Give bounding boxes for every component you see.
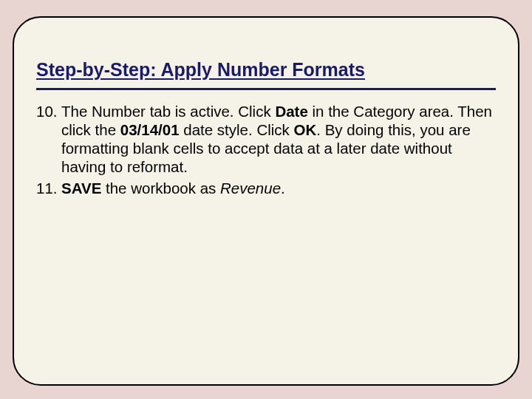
slide-card: Step-by-Step: Apply Number Formats 10. T… bbox=[13, 16, 519, 386]
step-number: 11. bbox=[36, 179, 61, 197]
list-item: 11. SAVE the workbook as Revenue. bbox=[36, 179, 496, 197]
step-number: 10. bbox=[36, 102, 61, 176]
step-text: SAVE the workbook as Revenue. bbox=[61, 179, 496, 197]
list-item: 10. The Number tab is active. Click Date… bbox=[36, 102, 496, 176]
slide-body: 10. The Number tab is active. Click Date… bbox=[36, 102, 496, 197]
step-text: The Number tab is active. Click Date in … bbox=[61, 102, 496, 176]
slide-title: Step-by-Step: Apply Number Formats bbox=[36, 59, 496, 90]
